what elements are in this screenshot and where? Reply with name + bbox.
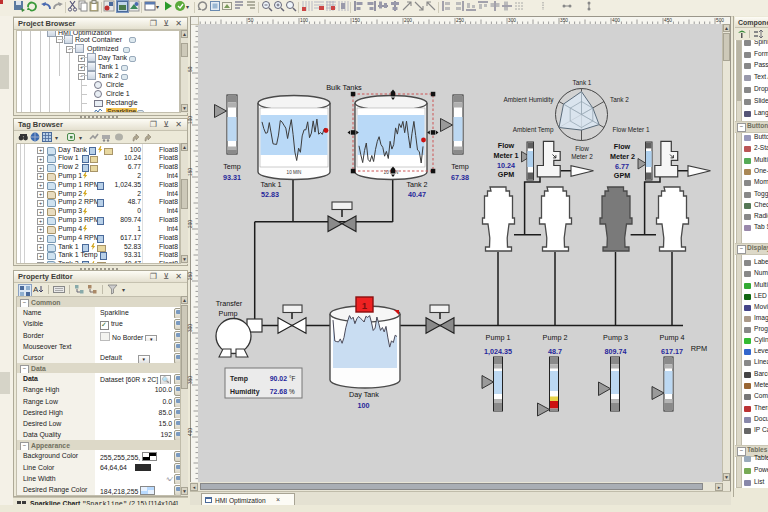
- svg-text:A: A: [33, 285, 39, 294]
